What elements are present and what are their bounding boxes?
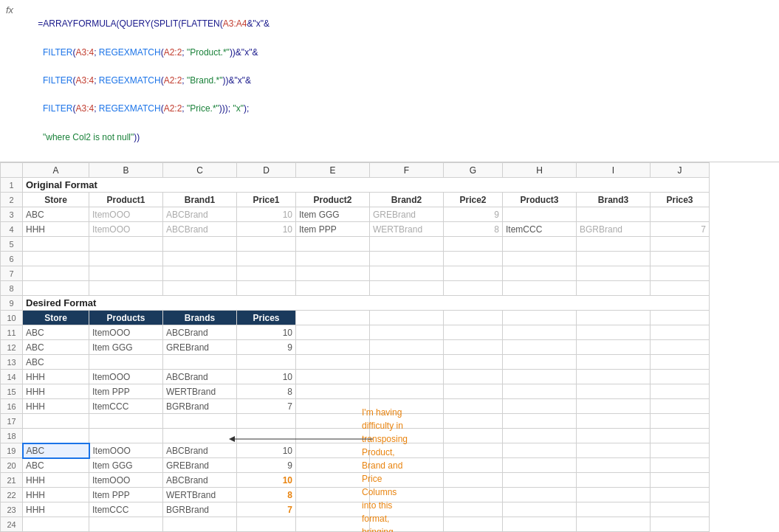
cell-10C[interactable]: Brands [163, 311, 237, 325]
rownum-1: 1 [1, 178, 23, 193]
cell-2G[interactable]: Price2 [444, 193, 503, 207]
cell-20D[interactable]: 9 [237, 458, 296, 473]
cell-10B[interactable]: Products [89, 311, 163, 325]
col-E[interactable]: E [296, 163, 370, 178]
cell-21C[interactable]: ABCBrand [163, 473, 237, 488]
col-header-row: A B C D E F G H I J [1, 163, 710, 178]
cell-16B[interactable]: ItemCCC [89, 399, 163, 414]
cell-4E[interactable]: Item PPP [296, 222, 370, 237]
cell-3D[interactable]: 10 [237, 207, 296, 222]
cell-12D[interactable]: 9 [237, 340, 296, 355]
col-H[interactable]: H [503, 163, 577, 178]
cell-2F[interactable]: Brand2 [370, 193, 444, 207]
cell-15A[interactable]: HHH [23, 384, 89, 399]
cell-20B[interactable]: Item GGG [89, 458, 163, 473]
cell-21B[interactable]: ItemOOO [89, 473, 163, 488]
cell-2I[interactable]: Brand3 [577, 193, 651, 207]
cell-4F[interactable]: WERTBrand [370, 222, 444, 237]
cell-11D[interactable]: 10 [237, 325, 296, 340]
cell-13D[interactable] [237, 355, 296, 370]
col-C[interactable]: C [163, 163, 237, 178]
cell-13A[interactable]: ABC [23, 355, 89, 370]
cell-19B[interactable]: ItemOOO [89, 443, 163, 458]
cell-11B[interactable]: ItemOOO [89, 325, 163, 340]
cell-20A[interactable]: ABC [23, 458, 89, 473]
cell-3H[interactable] [503, 207, 577, 222]
row-10: 10 Store Products Brands Prices [1, 311, 710, 325]
cell-10D[interactable]: Prices [237, 311, 296, 325]
cell-15B[interactable]: Item PPP [89, 384, 163, 399]
cell-22B[interactable]: Item PPP [89, 488, 163, 502]
cell-4A[interactable]: HHH [23, 222, 89, 237]
cell-23B[interactable]: ItemCCC [89, 502, 163, 517]
cell-3G[interactable]: 9 [444, 207, 503, 222]
cell-22A[interactable]: HHH [23, 488, 89, 502]
formula-text[interactable]: =ARRAYFORMULA(QUERY(SPLIT(FLATTEN(A3:A4&… [28, 3, 270, 159]
cell-3A[interactable]: ABC [23, 207, 89, 222]
cell-21A[interactable]: HHH [23, 473, 89, 488]
col-G[interactable]: G [444, 163, 503, 178]
col-B[interactable]: B [89, 163, 163, 178]
cell-11C[interactable]: ABCBrand [163, 325, 237, 340]
cell-3C[interactable]: ABCBrand [163, 207, 237, 222]
cell-12C[interactable]: GREBrand [163, 340, 237, 355]
cell-3I[interactable] [577, 207, 651, 222]
cell-12B[interactable]: Item GGG [89, 340, 163, 355]
cell-4J[interactable]: 7 [651, 222, 710, 237]
row-8: 8 [1, 281, 710, 296]
cell-10A[interactable]: Store [23, 311, 89, 325]
cell-13C[interactable] [163, 355, 237, 370]
row-9: 9 Desired Format [1, 296, 710, 311]
cell-4H[interactable]: ItemCCC [503, 222, 577, 237]
col-D[interactable]: D [237, 163, 296, 178]
cell-11A[interactable]: ABC [23, 325, 89, 340]
cell-15C[interactable]: WERTBrand [163, 384, 237, 399]
cell-23C[interactable]: BGRBrand [163, 502, 237, 517]
cell-2J[interactable]: Price3 [651, 193, 710, 207]
cell-2B[interactable]: Product1 [89, 193, 163, 207]
cell-2E[interactable]: Product2 [296, 193, 370, 207]
cell-15D[interactable]: 8 [237, 384, 296, 399]
cell-20C[interactable]: GREBrand [163, 458, 237, 473]
cell-3F[interactable]: GREBrand [370, 207, 444, 222]
cell-22D[interactable]: 8 [237, 488, 296, 502]
cell-9A[interactable]: Desired Format [23, 296, 710, 311]
col-I[interactable]: I [577, 163, 651, 178]
col-J[interactable]: J [651, 163, 710, 178]
cell-21D[interactable]: 10 [237, 473, 296, 488]
col-A[interactable]: A [23, 163, 89, 178]
row-24: 24 [1, 517, 710, 532]
cell-3E[interactable]: Item GGG [296, 207, 370, 222]
cell-3B[interactable]: ItemOOO [89, 207, 163, 222]
cell-3J[interactable] [651, 207, 710, 222]
cell-23D[interactable]: 7 [237, 502, 296, 517]
cell-4G[interactable]: 8 [444, 222, 503, 237]
row-6: 6 [1, 252, 710, 266]
cell-4B[interactable]: ItemOOO [89, 222, 163, 237]
cell-2C[interactable]: Brand1 [163, 193, 237, 207]
cell-2A[interactable]: Store [23, 193, 89, 207]
cell-1A[interactable]: Original Format [23, 178, 710, 193]
cell-16D[interactable]: 7 [237, 399, 296, 414]
cell-14B[interactable]: ItemOOO [89, 370, 163, 384]
cell-14D[interactable]: 10 [237, 370, 296, 384]
cell-4C[interactable]: ABCBrand [163, 222, 237, 237]
cell-4I[interactable]: BGRBrand [577, 222, 651, 237]
cell-23A[interactable]: HHH [23, 502, 89, 517]
rownum-2: 2 [1, 193, 23, 207]
cell-13B[interactable] [89, 355, 163, 370]
cell-19D[interactable]: 10 [237, 443, 296, 458]
col-F[interactable]: F [370, 163, 444, 178]
cell-12A[interactable]: ABC [23, 340, 89, 355]
spreadsheet[interactable]: A B C D E F G H I J 1 Original Format [0, 162, 779, 532]
cell-14A[interactable]: HHH [23, 370, 89, 384]
cell-14C[interactable]: ABCBrand [163, 370, 237, 384]
cell-16A[interactable]: HHH [23, 399, 89, 414]
cell-16C[interactable]: BGRBrand [163, 399, 237, 414]
cell-19A-selected[interactable]: ABC [23, 443, 89, 458]
cell-22C[interactable]: WERTBrand [163, 488, 237, 502]
cell-4D[interactable]: 10 [237, 222, 296, 237]
cell-19C[interactable]: ABCBrand [163, 443, 237, 458]
cell-2D[interactable]: Price1 [237, 193, 296, 207]
cell-2H[interactable]: Product3 [503, 193, 577, 207]
